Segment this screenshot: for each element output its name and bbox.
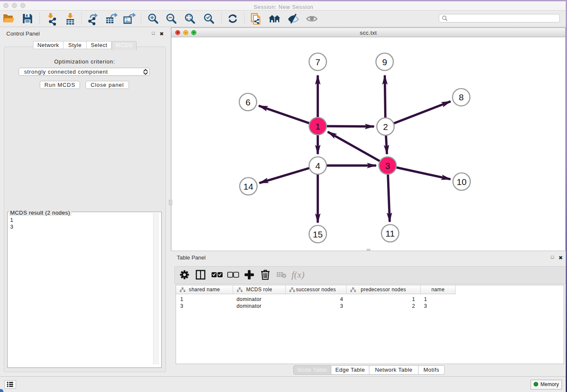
svg-text:11: 11: [385, 229, 395, 238]
svg-text:6: 6: [245, 97, 250, 107]
svg-text:3: 3: [385, 161, 390, 171]
svg-text:8: 8: [459, 92, 464, 102]
svg-text:2: 2: [383, 122, 388, 132]
svg-text:7: 7: [315, 57, 320, 67]
svg-text:4: 4: [315, 161, 320, 171]
svg-text:9: 9: [382, 57, 387, 67]
svg-text:f(x): f(x): [292, 269, 305, 280]
svg-text:10: 10: [457, 177, 466, 187]
svg-text:14: 14: [243, 182, 253, 191]
svg-text:15: 15: [313, 229, 322, 239]
svg-text:1: 1: [315, 121, 320, 131]
